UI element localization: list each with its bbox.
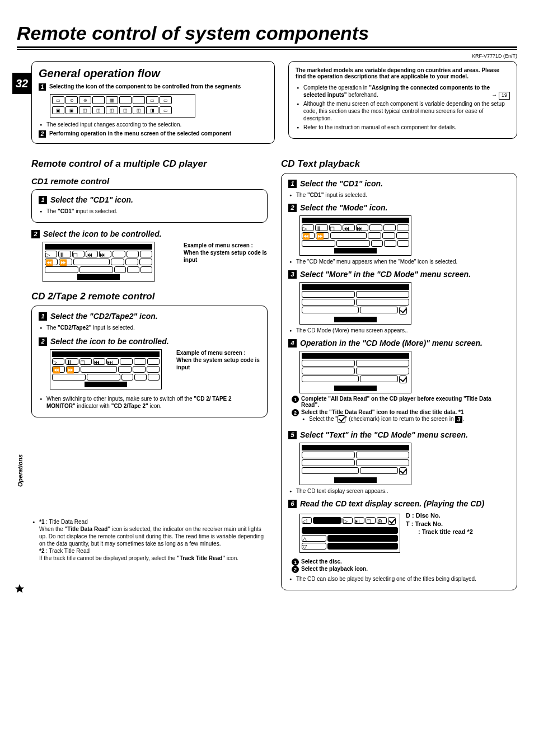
- general-op-box: General operation flow 1 Selecting the i…: [31, 61, 275, 144]
- footnotes: *1 : Title Data Read When the "Title Dat…: [31, 518, 268, 562]
- general-step1-note: The selected input changes according to …: [46, 121, 268, 128]
- cd1-step2: Select the icon to be controlled.: [43, 229, 162, 238]
- ct-s4-c2-note: Select the "" (checkmark) icon to return…: [309, 415, 464, 423]
- cd2-step2: Select the icon to be controlled.: [50, 337, 169, 346]
- cd1-menu-screen: ▷⏸◻⏮⏭ ⏪⏩: [43, 242, 154, 282]
- ct-s2-note: The "CD Mode" menu appears when the "Mod…: [296, 258, 510, 265]
- rule-thick: [17, 46, 517, 48]
- general-step1: Selecting the icon of the component to b…: [49, 83, 241, 90]
- ct-c1: Select the disc.: [301, 558, 342, 566]
- cd2-example-caption: Example of menu screen : When the system…: [176, 349, 260, 371]
- general-step2: Performing operation in the menu screen …: [49, 130, 231, 137]
- cd2tape-heading: CD 2/Tape 2 remote control: [31, 291, 268, 302]
- ct-s1-note: The "CD1" input is selected.: [296, 191, 510, 199]
- model-id: KRF-V7771D (En/T): [17, 53, 517, 59]
- cd1-step1: Select the "CD1" icon.: [50, 195, 133, 204]
- ct-s3-note: The CD Mode (More) menu screen appears..: [296, 327, 510, 334]
- check-icon: [338, 415, 345, 423]
- check-icon: [399, 307, 407, 314]
- cd2-switch-note: When switching to other inputs, make sur…: [46, 395, 260, 410]
- check-icon: [388, 517, 396, 525]
- step-num-1: 1: [39, 83, 46, 91]
- cd1-step1-box: 1Select the "CD1" icon. The "CD1" input …: [31, 189, 268, 223]
- cd1-step1-note: The "CD1" input is selected.: [46, 208, 260, 215]
- ct-c2: Select the playback icon.: [301, 566, 368, 573]
- market-note: The marketed models are variable dependi…: [296, 67, 510, 79]
- check-icon: [399, 467, 407, 475]
- market-b2: Although the menu screen of each compone…: [303, 100, 510, 122]
- ct-s6: Read the CD text display screen. (Playin…: [300, 499, 484, 508]
- ct-final-note: The CD can also be played by selecting o…: [296, 575, 510, 583]
- ct-s4-c1: Complete "All Data Read" on the CD playe…: [301, 396, 510, 408]
- ct-s2-screen: ▷⏸◻⏮⏭ ⏪⏩: [299, 215, 411, 256]
- svg-marker-0: [15, 584, 25, 593]
- step-num-2: 2: [39, 130, 46, 138]
- remote-strip-diagram: ▭⊙⊝▦▭▭ ▣▣◫◫◫◫◫◨▭: [50, 94, 195, 118]
- ct-s3-screen: [299, 282, 411, 325]
- ct-s2: Select the "Mode" icon.: [300, 203, 387, 212]
- star-icon: [15, 584, 25, 595]
- cd2-step1: Select the "CD2/Tape2" icon.: [50, 312, 158, 321]
- cdtext-box: 1Select the "CD1" icon. The "CD1" input …: [281, 173, 517, 590]
- sub-num-2: 2: [292, 409, 299, 416]
- ct-s4: Operation in the "CD Mode (More)" menu s…: [300, 339, 483, 348]
- market-b3: Refer to the instruction manual of each …: [303, 124, 510, 131]
- ct-s4-c2: Select the "Title Data Read" icon to rea…: [301, 409, 464, 415]
- page-ref-19: 19: [499, 92, 510, 100]
- page-number-tab: 32: [12, 73, 31, 94]
- multi-cd-heading: Remote control of a multiple CD player: [31, 158, 268, 170]
- ct-s6-screen: ◁▷⏯◻⊛ △ ▽: [299, 514, 400, 553]
- market-b1: Complete the operation in "Assigning the…: [303, 84, 510, 98]
- general-heading: General operation flow: [39, 67, 268, 80]
- ct-s3: Select "More" in the "CD Mode" menu scre…: [300, 270, 471, 279]
- side-label: Operations: [17, 454, 24, 487]
- market-note-box: The marketed models are variable dependi…: [288, 61, 517, 144]
- rule-thin: [17, 49, 517, 50]
- ct-s1: Select the "CD1" icon.: [300, 179, 383, 188]
- cd1-example-caption: Example of menu screen : When the system…: [184, 242, 268, 264]
- legend: D : Disc No. T : Track No. : Track title…: [406, 511, 473, 536]
- cd2-menu-screen: ▷⏸◻⏮⏭ ⏪⏩: [50, 349, 162, 389]
- check-icon: [399, 375, 407, 383]
- sub-num-1: 1: [292, 396, 299, 403]
- ct-s5-screen: [299, 443, 411, 485]
- ct-s4-screen: [299, 351, 411, 393]
- cdtext-heading: CD Text playback: [281, 158, 517, 170]
- ct-s5: Select "Text" in the "CD Mode" menu scre…: [300, 430, 468, 439]
- doc-title: Remote control of system components: [17, 22, 517, 44]
- cd2tape-box: 1Select the "CD2/Tape2" icon. The "CD2/T…: [31, 306, 268, 417]
- ct-s5-note: The CD text display screen appears..: [296, 487, 510, 495]
- cd2-step1-note: The "CD2/Tape2" input is selected.: [46, 324, 260, 331]
- cd1-remote-heading: CD1 remote control: [31, 176, 268, 186]
